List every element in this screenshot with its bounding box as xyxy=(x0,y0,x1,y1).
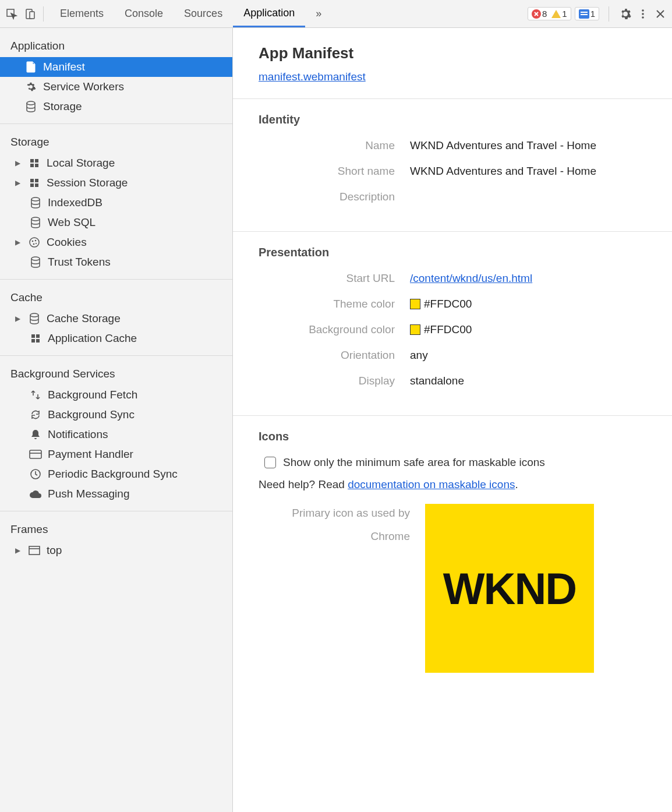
sidebar-item-frames-top[interactable]: ▶ top xyxy=(0,541,232,560)
label-start-url: Start URL xyxy=(259,272,410,285)
tab-console[interactable]: Console xyxy=(114,0,174,27)
svg-rect-30 xyxy=(29,546,40,555)
sidebar-item-trust-tokens[interactable]: Trust Tokens xyxy=(0,252,232,272)
select-element-icon[interactable] xyxy=(5,7,19,21)
sidebar-item-manifest[interactable]: Manifest xyxy=(0,57,232,77)
sidebar-item-local-storage[interactable]: ▶ Local Storage xyxy=(0,153,232,173)
kebab-menu-icon[interactable] xyxy=(636,7,650,21)
sidebar-item-background-sync[interactable]: Background Sync xyxy=(0,405,232,425)
sidebar-item-indexeddb[interactable]: IndexedDB xyxy=(0,193,232,213)
sidebar-item-periodic-bg-sync[interactable]: Periodic Background Sync xyxy=(0,464,232,484)
sidebar-item-label: Background Sync xyxy=(48,408,135,421)
primary-icon-label: Primary icon as used by Chrome xyxy=(259,504,410,546)
message-count: 1 xyxy=(590,9,595,19)
grid-icon xyxy=(28,176,41,189)
message-icon xyxy=(579,9,589,19)
svg-rect-13 xyxy=(30,183,34,187)
label-name: Name xyxy=(259,139,410,152)
error-warning-badge[interactable]: 8 1 xyxy=(528,7,571,20)
help-text: Need help? Read documentation on maskabl… xyxy=(259,478,646,491)
label-display: Display xyxy=(259,375,410,387)
value-name: WKND Adventures and Travel - Home xyxy=(410,139,596,152)
sidebar-item-label: IndexedDB xyxy=(48,196,102,209)
database-icon xyxy=(29,256,42,269)
messages-badge[interactable]: 1 xyxy=(575,7,599,20)
sidebar-item-push-messaging[interactable]: Push Messaging xyxy=(0,484,232,504)
sidebar-item-cache-storage[interactable]: ▶ Cache Storage xyxy=(0,309,232,329)
sidebar-item-label: Trust Tokens xyxy=(48,256,111,269)
svg-point-3 xyxy=(642,9,644,12)
sidebar-heading-bg-services: Background Services xyxy=(0,362,232,385)
maskable-docs-link[interactable]: documentation on maskable icons xyxy=(348,478,515,490)
tab-elements[interactable]: Elements xyxy=(49,0,114,27)
sidebar-item-label: top xyxy=(47,544,62,557)
sidebar-item-label: Background Fetch xyxy=(48,389,137,401)
database-icon xyxy=(24,100,37,113)
svg-rect-12 xyxy=(35,179,38,182)
presentation-heading: Presentation xyxy=(259,246,646,259)
sidebar-item-service-workers[interactable]: Service Workers xyxy=(0,77,232,97)
svg-point-22 xyxy=(31,257,40,260)
grid-icon xyxy=(28,157,41,170)
value-background-color: #FFDC00 xyxy=(424,323,472,336)
maskable-checkbox[interactable] xyxy=(264,457,276,468)
settings-gear-icon[interactable] xyxy=(618,7,632,21)
error-icon xyxy=(532,9,541,19)
label-description: Description xyxy=(259,190,410,203)
svg-point-15 xyxy=(31,197,40,201)
identity-heading: Identity xyxy=(259,113,646,126)
warning-icon xyxy=(551,10,561,18)
manifest-file-link[interactable]: manifest.webmanifest xyxy=(259,70,366,83)
sidebar-item-label: Application Cache xyxy=(48,332,137,345)
label-orientation: Orientation xyxy=(259,349,410,362)
svg-rect-9 xyxy=(30,164,34,167)
clock-icon xyxy=(29,468,42,481)
sidebar-item-label: Periodic Background Sync xyxy=(48,468,178,481)
sidebar-item-background-fetch[interactable]: Background Fetch xyxy=(0,385,232,405)
svg-point-19 xyxy=(35,240,37,242)
gear-icon xyxy=(24,80,37,93)
tab-sources[interactable]: Sources xyxy=(174,0,233,27)
caret-right-icon: ▶ xyxy=(15,238,23,246)
sidebar-item-label: Payment Handler xyxy=(48,448,133,461)
sidebar-item-web-sql[interactable]: Web SQL xyxy=(0,213,232,232)
sidebar-item-label: Cookies xyxy=(47,236,87,249)
device-toolbar-icon[interactable] xyxy=(23,7,37,21)
cloud-icon xyxy=(29,488,42,500)
sidebar-item-notifications[interactable]: Notifications xyxy=(0,425,232,444)
maskable-checkbox-label: Show only the minimum safe area for mask… xyxy=(283,456,545,469)
application-sidebar: Application Manifest Service Workers Sto… xyxy=(0,28,233,812)
sidebar-item-label: Web SQL xyxy=(48,216,96,229)
warning-count: 1 xyxy=(562,9,567,19)
close-icon[interactable] xyxy=(653,7,667,21)
svg-point-17 xyxy=(30,238,39,247)
sync-icon xyxy=(29,408,42,421)
svg-rect-2 xyxy=(30,12,34,19)
sidebar-item-storage-overview[interactable]: Storage xyxy=(0,97,232,116)
sidebar-item-label: Push Messaging xyxy=(48,488,129,500)
label-theme-color: Theme color xyxy=(259,298,410,310)
divider xyxy=(609,6,609,22)
sidebar-item-session-storage[interactable]: ▶ Session Storage xyxy=(0,173,232,193)
svg-rect-8 xyxy=(35,159,38,163)
database-icon xyxy=(29,216,42,229)
svg-rect-27 xyxy=(36,339,40,343)
sidebar-item-payment-handler[interactable]: Payment Handler xyxy=(0,444,232,464)
sidebar-item-application-cache[interactable]: Application Cache xyxy=(0,329,232,348)
sidebar-heading-application: Application xyxy=(0,34,232,57)
tab-overflow[interactable]: » xyxy=(305,0,332,27)
value-orientation: any xyxy=(410,349,428,362)
caret-right-icon: ▶ xyxy=(15,315,23,323)
sidebar-item-label: Session Storage xyxy=(47,176,128,189)
cookie-icon xyxy=(28,236,41,249)
svg-point-18 xyxy=(32,241,34,242)
caret-right-icon: ▶ xyxy=(15,159,23,167)
tab-application[interactable]: Application xyxy=(233,0,305,27)
sidebar-item-cookies[interactable]: ▶ Cookies xyxy=(0,232,232,252)
sidebar-item-label: Manifest xyxy=(43,61,85,73)
value-start-url[interactable]: /content/wknd/us/en.html xyxy=(410,272,532,284)
svg-rect-11 xyxy=(30,179,34,182)
sidebar-item-label: Storage xyxy=(43,100,82,113)
primary-icon-preview: WKND xyxy=(425,504,594,673)
database-icon xyxy=(28,312,41,325)
